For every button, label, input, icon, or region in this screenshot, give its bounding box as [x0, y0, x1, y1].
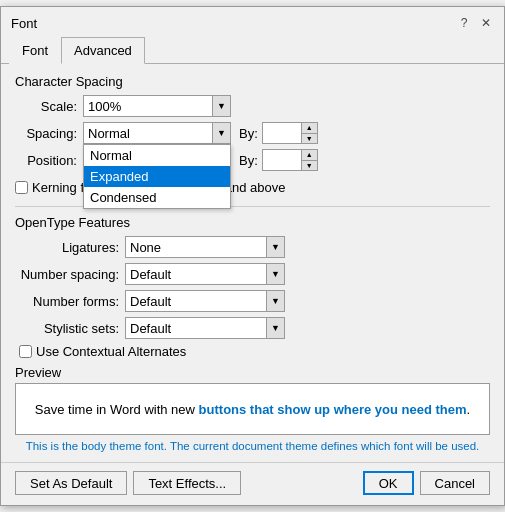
- character-spacing-label: Character Spacing: [15, 74, 490, 89]
- dialog-footer: Set As Default Text Effects... OK Cancel: [1, 462, 504, 505]
- preview-end-text: .: [467, 402, 471, 417]
- ligatures-select[interactable]: None: [125, 236, 285, 258]
- tab-font[interactable]: Font: [9, 37, 61, 64]
- text-effects-button[interactable]: Text Effects...: [133, 471, 241, 495]
- position-spin-down[interactable]: ▼: [301, 161, 317, 171]
- spacing-by-spinner: ▲ ▼: [262, 122, 318, 144]
- number-spacing-label: Number spacing:: [15, 267, 125, 282]
- ok-button[interactable]: OK: [363, 471, 414, 495]
- close-button[interactable]: ✕: [476, 13, 496, 33]
- spacing-spin-up[interactable]: ▲: [301, 123, 317, 134]
- number-forms-label: Number forms:: [15, 294, 125, 309]
- help-button[interactable]: ?: [454, 13, 474, 33]
- spacing-option-normal[interactable]: Normal: [84, 145, 230, 166]
- spacing-label: Spacing:: [15, 126, 83, 141]
- spacing-spinner-btns: ▲ ▼: [301, 123, 317, 143]
- scale-label: Scale:: [15, 99, 83, 114]
- spacing-option-expanded[interactable]: Expanded: [84, 166, 230, 187]
- preview-box: Save time in Word with new buttons that …: [15, 383, 490, 435]
- number-spacing-row: Number spacing: Default ▼: [15, 263, 490, 285]
- contextual-text: Use Contextual Alternates: [36, 344, 186, 359]
- tab-bar: Font Advanced: [1, 37, 504, 64]
- spacing-spin-down[interactable]: ▼: [301, 134, 317, 144]
- ligatures-select-wrapper: None ▼: [125, 236, 285, 258]
- ligatures-label: Ligatures:: [15, 240, 125, 255]
- number-forms-select-wrapper: Default ▼: [125, 290, 285, 312]
- preview-label: Preview: [15, 365, 490, 380]
- contextual-checkbox[interactable]: [19, 345, 32, 358]
- spacing-dropdown-arrow: ▼: [212, 123, 230, 143]
- contextual-label: Use Contextual Alternates: [19, 344, 186, 359]
- stylistic-select-wrapper: Default ▼: [125, 317, 285, 339]
- tab-advanced[interactable]: Advanced: [61, 37, 145, 64]
- scale-select-wrapper: 100% ▼: [83, 95, 231, 117]
- title-bar: Font ? ✕: [1, 7, 504, 37]
- cancel-button[interactable]: Cancel: [420, 471, 490, 495]
- number-spacing-select-wrapper: Default ▼: [125, 263, 285, 285]
- preview-bold-text: buttons that show up where you need them: [199, 402, 467, 417]
- number-forms-select[interactable]: Default: [125, 290, 285, 312]
- footer-left: Set As Default Text Effects...: [15, 471, 241, 495]
- dialog-content: Character Spacing Scale: 100% ▼ Spacing:…: [1, 64, 504, 462]
- number-forms-row: Number forms: Default ▼: [15, 290, 490, 312]
- position-label: Position:: [15, 153, 83, 168]
- preview-text: Save time in Word with new buttons that …: [35, 402, 470, 417]
- dialog-title: Font: [11, 16, 37, 31]
- stylistic-label: Stylistic sets:: [15, 321, 125, 336]
- opentype-label: OpenType Features: [15, 215, 490, 230]
- kerning-checkbox[interactable]: [15, 181, 28, 194]
- footer-right: OK Cancel: [363, 471, 490, 495]
- spacing-by-label: By:: [239, 126, 258, 141]
- preview-normal-text: Save time in Word with new: [35, 402, 199, 417]
- opentype-section: OpenType Features Ligatures: None ▼ Numb…: [15, 215, 490, 359]
- scale-row: Scale: 100% ▼: [15, 95, 490, 117]
- scale-select[interactable]: 100%: [83, 95, 231, 117]
- stylistic-row: Stylistic sets: Default ▼: [15, 317, 490, 339]
- position-spinner-btns: ▲ ▼: [301, 150, 317, 170]
- spacing-select-wrapper: Normal ▼ Normal Expanded Condensed: [83, 122, 231, 144]
- spacing-option-condensed[interactable]: Condensed: [84, 187, 230, 208]
- ligatures-row: Ligatures: None ▼: [15, 236, 490, 258]
- stylistic-select[interactable]: Default: [125, 317, 285, 339]
- spacing-dropdown: Normal Expanded Condensed: [83, 144, 231, 209]
- position-spin-up[interactable]: ▲: [301, 150, 317, 161]
- contextual-row: Use Contextual Alternates: [15, 344, 490, 359]
- spacing-row: Spacing: Normal ▼ Normal Expanded Conden…: [15, 122, 490, 144]
- preview-section: Preview Save time in Word with new butto…: [15, 365, 490, 452]
- position-by-spinner: ▲ ▼: [262, 149, 318, 171]
- font-dialog: Font ? ✕ Font Advanced Character Spacing…: [0, 6, 505, 506]
- set-as-default-button[interactable]: Set As Default: [15, 471, 127, 495]
- number-spacing-select[interactable]: Default: [125, 263, 285, 285]
- spacing-display[interactable]: Normal ▼: [83, 122, 231, 144]
- preview-hint: This is the body theme font. The current…: [15, 440, 490, 452]
- position-by-label: By:: [239, 153, 258, 168]
